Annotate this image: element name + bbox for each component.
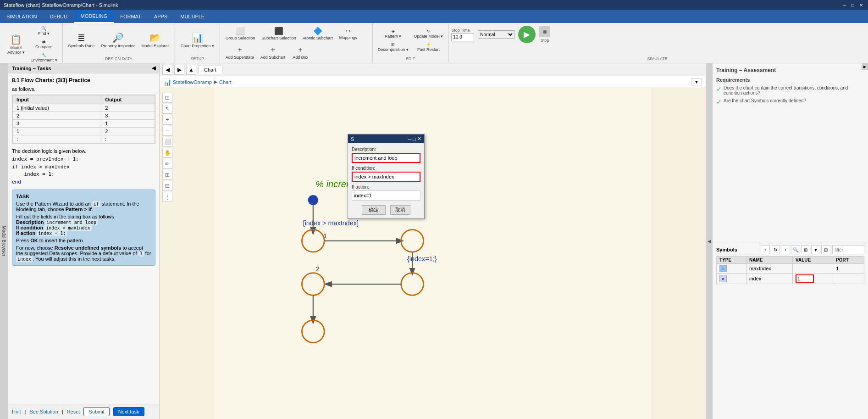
update-model-btn[interactable]: ↻ Update Model ▾ [412,28,446,40]
see-solution-link[interactable]: See Solution [29,409,58,414]
decomposition-btn[interactable]: ⊞ Decomposition ▾ [376,41,411,53]
tab-modeling[interactable]: MODELING [74,10,114,23]
submit-button[interactable]: Submit [83,407,109,416]
task-text-1: Use the Pattern Wizard to add an if stat… [16,201,151,212]
run-button[interactable]: ▶ [518,26,536,43]
sym-filter-btn[interactable]: ▼ [811,245,820,254]
update-model-icon: ↻ [426,29,430,34]
sym-add-btn[interactable]: + [761,245,770,254]
next-task-button[interactable]: Next task [113,407,144,416]
property-inspector-label: Property Inspector [101,44,135,48]
sym-options-btn[interactable]: ⊟ [821,245,830,254]
fast-restart-btn[interactable]: ⚡ Fast Restart [412,41,446,53]
right-panel-collapse-top[interactable]: ▶ [862,63,868,70]
subchart-selection-btn[interactable]: ⬛ Subchart Selection [259,25,299,42]
nav-forward-btn[interactable]: ▶ [174,65,184,75]
requirement-1-text: Does the chart contain the correct trans… [724,85,864,95]
stop-time-input[interactable] [451,33,474,41]
table-row: :: [13,135,155,143]
tab-format[interactable]: FORMAT [114,10,148,23]
find-btn[interactable]: 🔍 Find ▾ [28,25,60,37]
nav-up-btn[interactable]: ▲ [186,65,196,75]
find-label: Find ▾ [38,31,50,36]
add-superstate-btn[interactable]: ＋ Add Superstate [223,43,257,61]
edit-buttons: ◈ Pattern ▾ ⊞ Decomposition ▾ ↻ Update M… [376,25,446,56]
close-btn[interactable]: ✕ [858,2,864,8]
chart-properties-btn[interactable]: 📊 Chart Properties ▾ [178,30,217,50]
nav-back-btn[interactable]: ◀ [162,65,172,75]
maximize-btn[interactable]: □ [850,2,856,8]
symbols-pane-btn[interactable]: ≣ Symbols Pane [66,30,98,50]
task-text-2: Fill out the fields in the dialog box as… [16,214,151,236]
left-panel-content: 8.1 Flow Charts: (3/3) Practice as follo… [8,73,159,404]
dialog-ok-btn[interactable]: 确定 [362,205,386,215]
dialog-close-btn[interactable]: ✕ [417,136,421,142]
table-row: 1 (initial value)2 [13,104,155,112]
right-collapse-btn[interactable]: ◀ [706,63,712,419]
model-advisor-label: Model [11,45,22,50]
center-canvas: ◀ ▶ ▲ Chart 📊 StateflowOnramp ▶ Chart ▼ … [160,63,706,419]
sym-grid-btn[interactable]: ⊞ [801,245,810,254]
design-data-title: DESIGN DATA [105,56,133,61]
table-row: 23 [13,112,155,120]
design-data-buttons: ≣ Symbols Pane 🔎 Property Inspector 📂 Mo… [66,25,172,56]
model-explorer-btn[interactable]: 📂 Model Explorer [138,30,172,50]
group-selection-btn[interactable]: ⬜ Group Selection [223,25,258,42]
sym-search-btn[interactable]: 🔍 [791,245,800,254]
property-inspector-btn[interactable]: 🔎 Property Inspector [99,30,138,50]
col-value: VALUE [793,257,833,264]
tab-simulation[interactable]: SIMULATION [0,10,43,23]
dialog-cancel-btn[interactable]: 取消 [390,205,410,215]
task-text-4: For now, choose Resolve undefined symbol… [16,245,151,262]
pattern-btn[interactable]: ◈ Pattern ▾ [376,28,411,40]
simulate-title: SIMULATE [647,56,667,61]
panel-collapse-btn[interactable]: ◀ [152,65,155,71]
atomic-subchart-btn[interactable]: 🔷 Atomic Subchart [300,25,336,42]
left-panel: Training – Tasks ◀ 8.1 Flow Charts: (3/3… [8,63,160,419]
sym-value-input-index[interactable] [796,274,814,283]
if-action-input[interactable] [352,190,420,201]
add-superstate-icon: ＋ [236,45,243,55]
stop-button[interactable]: ■ Stop [539,26,550,43]
breadcrumb-expand-btn[interactable]: ▼ [691,78,702,85]
breadcrumb-chart[interactable]: Chart [219,79,232,85]
add-box-btn[interactable]: ＋ Add Box [289,43,312,61]
find-icon: 🔍 [41,26,46,31]
chart-tab[interactable]: Chart [198,66,222,74]
filter-input[interactable] [832,245,864,254]
minimize-btn[interactable]: ─ [841,2,848,8]
tab-multiple[interactable]: MULTIPLE [174,10,211,23]
reset-link[interactable]: Reset [67,409,80,414]
sym-name-2: index [746,274,793,284]
sym-export-btn[interactable]: ↑ [781,245,790,254]
task-box: TASK Use the Pattern Wizard to add an if… [12,190,155,266]
title-bar: Stateflow (chart) StateflowOnramp/Chart … [0,0,868,10]
add-box-icon: ＋ [297,45,304,55]
model-browser-tab[interactable]: Model Browser [0,63,8,419]
dialog-maximize-btn[interactable]: □ [413,136,416,142]
sym-refresh-btn[interactable]: ↻ [771,245,780,254]
breadcrumb-stateflow[interactable]: StateflowOnramp [173,79,212,85]
simulate-mode-select[interactable]: Normal [478,30,514,39]
sym-type-icon-2: d [719,275,727,282]
dialog-buttons: 确定 取消 [352,205,420,215]
dialog-titlebar: S ─ □ ✕ [348,134,424,143]
hint-link[interactable]: Hint [12,409,21,414]
mappings-btn[interactable]: ↔ Mappings [337,25,360,42]
description-input[interactable] [352,153,420,163]
add-subchart-btn[interactable]: ＋ Add Subchart [258,43,288,61]
tab-debug[interactable]: DEBUG [43,10,74,23]
assessment-title: Training – Assessment [716,67,864,73]
if-condition-input[interactable] [352,172,420,182]
model-advisor-btn[interactable]: 📋 Model Advisor ▾ [5,32,28,56]
edit-title: EDIT [406,56,415,61]
tab-apps[interactable]: APPS [148,10,174,23]
environment-btn[interactable]: 🔧 Environment ▾ [28,51,60,64]
requirement-2: ✓ Are the chart Symbols correctly define… [716,98,864,106]
decomposition-icon: ⊞ [391,42,395,47]
dialog-minimize-btn[interactable]: ─ [408,136,412,142]
ribbon-evaluate-manage: 📋 Model Advisor ▾ 🔍 Find ▾ ⇄ Compare 🔧 E… [2,23,63,63]
table-row: 12 [13,128,155,135]
compare-btn[interactable]: ⇄ Compare [28,38,60,50]
environment-icon: 🔧 [41,53,46,57]
